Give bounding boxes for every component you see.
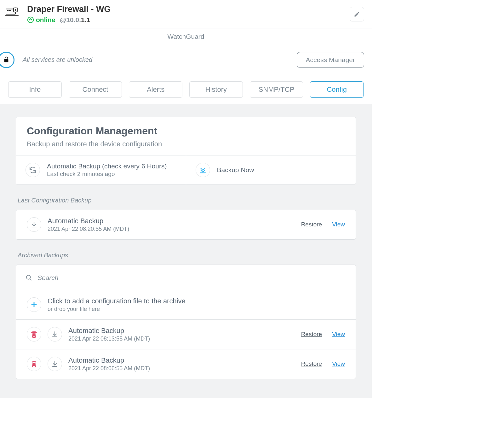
last-backup-card: Automatic Backup 2021 Apr 22 08:20:55 AM… bbox=[16, 210, 356, 240]
vendor-label: WatchGuard bbox=[0, 28, 372, 45]
firewall-device-icon bbox=[5, 6, 20, 22]
view-link[interactable]: View bbox=[332, 360, 345, 367]
archived-card: Click to add a configuration file to the… bbox=[16, 265, 356, 379]
edit-device-button[interactable] bbox=[350, 7, 364, 21]
access-manager-button[interactable]: Access Manager bbox=[297, 52, 364, 68]
tab-alerts[interactable]: Alerts bbox=[129, 81, 182, 98]
view-link[interactable]: View bbox=[332, 331, 345, 338]
upload-sub: or drop your file here bbox=[48, 306, 345, 312]
download-icon bbox=[30, 221, 38, 228]
device-header: Draper Firewall - WG online @10.0.1.1 bbox=[0, 0, 372, 28]
restore-link[interactable]: Restore bbox=[301, 331, 322, 338]
backup-now-label: Backup Now bbox=[217, 166, 254, 174]
svg-point-1 bbox=[8, 10, 8, 11]
download-icon bbox=[51, 360, 59, 368]
lock-toggle[interactable] bbox=[0, 52, 14, 68]
tab-bar: InfoConnectAlertsHistorySNMP/TCPConfig bbox=[0, 75, 372, 104]
backup-title: Automatic Backup bbox=[68, 327, 295, 335]
device-name: Draper Firewall - WG bbox=[27, 5, 343, 14]
sync-icon bbox=[26, 163, 40, 177]
device-ip: @10.0.1.1 bbox=[60, 16, 90, 24]
plus-icon bbox=[27, 297, 41, 312]
tab-snmp-tcp[interactable]: SNMP/TCP bbox=[250, 81, 303, 98]
search-input[interactable] bbox=[37, 274, 346, 282]
upload-title: Click to add a configuration file to the… bbox=[48, 297, 345, 305]
delete-backup-button[interactable] bbox=[27, 327, 41, 342]
online-icon bbox=[27, 16, 34, 23]
lockbar-message: All services are unlocked bbox=[23, 56, 92, 63]
status-chip: online bbox=[27, 16, 55, 24]
backup-title: Automatic Backup bbox=[68, 356, 295, 365]
restore-link[interactable]: Restore bbox=[301, 221, 322, 228]
search-icon bbox=[26, 274, 32, 281]
download-backup-button[interactable] bbox=[27, 217, 41, 232]
backup-timestamp: 2021 Apr 22 08:06:55 AM (MDT) bbox=[68, 365, 295, 372]
trash-icon bbox=[30, 330, 38, 338]
delete-backup-button[interactable] bbox=[27, 357, 41, 371]
auto-backup-label: Automatic Backup (check every 6 Hours) bbox=[47, 162, 167, 170]
svg-point-2 bbox=[9, 10, 9, 11]
panel-title: Configuration Management bbox=[27, 125, 345, 137]
auto-backup-sub: Last check 2 minutes ago bbox=[47, 171, 167, 178]
panel-subtitle: Backup and restore the device configurat… bbox=[27, 140, 345, 148]
tab-info[interactable]: Info bbox=[8, 81, 62, 98]
section-archived: Archived Backups bbox=[16, 252, 356, 259]
auto-backup-settings[interactable]: Automatic Backup (check every 6 Hours) L… bbox=[16, 155, 186, 184]
view-link[interactable]: View bbox=[332, 221, 345, 228]
config-panel: Configuration Management Backup and rest… bbox=[16, 117, 356, 185]
svg-point-6 bbox=[28, 17, 33, 23]
svg-rect-7 bbox=[4, 59, 9, 62]
backup-title: Automatic Backup bbox=[48, 217, 295, 225]
backup-timestamp: 2021 Apr 22 08:20:55 AM (MDT) bbox=[48, 226, 295, 232]
archived-row: Automatic Backup2021 Apr 22 08:06:55 AM … bbox=[16, 349, 356, 379]
trash-icon bbox=[30, 360, 38, 368]
tab-config[interactable]: Config bbox=[310, 81, 364, 98]
restore-link[interactable]: Restore bbox=[301, 360, 322, 367]
download-double-icon bbox=[196, 163, 210, 177]
status-text: online bbox=[36, 16, 55, 24]
tab-history[interactable]: History bbox=[189, 81, 243, 98]
download-backup-button[interactable] bbox=[48, 357, 62, 371]
unlocked-lock-icon bbox=[3, 56, 10, 63]
download-icon bbox=[51, 330, 59, 338]
svg-point-3 bbox=[10, 10, 11, 11]
backup-now-button[interactable]: Backup Now bbox=[186, 155, 356, 184]
main-content: Configuration Management Backup and rest… bbox=[0, 104, 372, 398]
pencil-icon bbox=[354, 11, 360, 17]
section-last-backup: Last Configuration Backup bbox=[16, 197, 356, 204]
tab-connect[interactable]: Connect bbox=[69, 81, 122, 98]
backup-timestamp: 2021 Apr 22 08:13:55 AM (MDT) bbox=[68, 336, 295, 342]
upload-dropzone[interactable]: Click to add a configuration file to the… bbox=[16, 290, 356, 320]
lock-bar: All services are unlocked Access Manager bbox=[0, 45, 372, 75]
archived-row: Automatic Backup2021 Apr 22 08:13:55 AM … bbox=[16, 320, 356, 349]
download-backup-button[interactable] bbox=[48, 327, 62, 342]
